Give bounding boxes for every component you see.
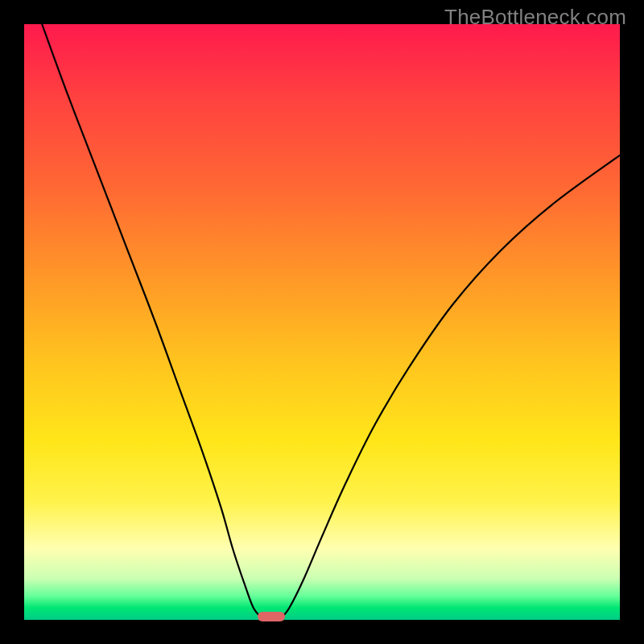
chart-frame: TheBottleneck.com	[0, 0, 644, 644]
watermark-text: TheBottleneck.com	[444, 5, 626, 30]
bottleneck-curve	[24, 24, 620, 620]
chart-plot-area	[24, 24, 620, 620]
curve-left-branch	[42, 24, 262, 619]
curve-right-branch	[280, 155, 620, 619]
optimum-marker	[258, 612, 285, 621]
